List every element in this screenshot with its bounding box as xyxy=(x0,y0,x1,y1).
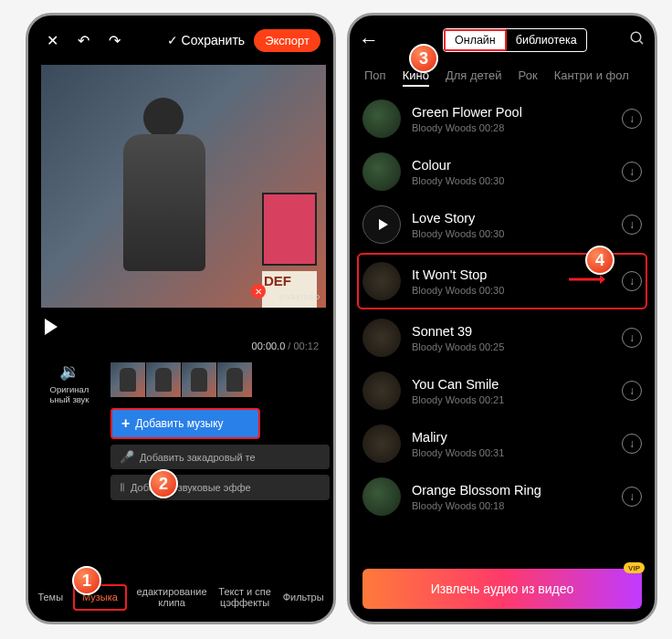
svg-line-1 xyxy=(639,40,643,44)
track-subtitle: Bloody Woods 00:25 xyxy=(412,341,611,352)
track-cover[interactable] xyxy=(362,262,401,300)
clip-thumb[interactable] xyxy=(110,362,145,397)
preview-poster xyxy=(262,193,317,266)
svg-marker-3 xyxy=(600,275,605,284)
clip-thumb[interactable] xyxy=(217,362,252,397)
save-button[interactable]: ✓ Сохранить xyxy=(167,33,246,47)
undo-icon[interactable]: ↶ xyxy=(72,29,94,51)
add-music-label: Добавить музыку xyxy=(135,417,223,430)
search-icon[interactable] xyxy=(629,30,646,51)
music-library-screen: ← Онлайн библиотека Поп Кино Для детей Р… xyxy=(347,13,657,624)
back-icon[interactable]: ← xyxy=(359,28,379,52)
track-title: Green Flower Pool xyxy=(412,105,611,120)
track-title: Love Story xyxy=(412,211,611,225)
watermark-close-icon[interactable]: ✕ xyxy=(251,284,266,299)
tab-themes[interactable]: Темы xyxy=(36,588,65,607)
clip-thumb[interactable] xyxy=(182,362,216,397)
timecode-current: 00:00.0 xyxy=(252,340,286,351)
track-title: Sonnet 39 xyxy=(412,324,611,339)
speaker-icon: 🔉 xyxy=(28,362,110,382)
track-title: Orange Blossom Ring xyxy=(412,483,611,498)
watermark-label: VIVAVIDEO xyxy=(278,294,320,300)
download-icon[interactable]: ↓ xyxy=(622,271,642,291)
download-icon[interactable]: ↓ xyxy=(622,109,642,129)
library-segment: Онлайн библиотека xyxy=(443,28,587,52)
track-row[interactable]: Orange Blossom RingBloody Woods 00:18↓ xyxy=(359,470,646,523)
clip-thumb[interactable] xyxy=(146,362,181,397)
track-subtitle: Bloody Woods 00:21 xyxy=(412,394,611,405)
add-voiceover-button[interactable]: 🎤 Добавить закадровый те xyxy=(110,445,330,469)
download-icon[interactable]: ↓ xyxy=(622,487,642,507)
track-row[interactable]: MaliryBloody Woods 00:31↓ xyxy=(359,417,646,470)
mic-icon: 🎤 xyxy=(120,450,134,464)
original-sound-toggle[interactable]: 🔉 Оригинал ьный звук xyxy=(28,362,110,404)
track-cover[interactable] xyxy=(362,477,401,516)
track-list[interactable]: Green Flower PoolBloody Woods 00:28↓Colo… xyxy=(350,92,655,523)
track-meta: MaliryBloody Woods 00:31 xyxy=(412,430,611,458)
editor-screen: ✕ ↶ ↷ ✓ Сохранить Экспорт DEF ✕ VIVAVIDE… xyxy=(26,13,336,624)
track-cover[interactable] xyxy=(362,100,401,138)
genre-country[interactable]: Кантри и фол xyxy=(554,68,629,87)
track-title: Maliry xyxy=(412,430,611,445)
track-cover[interactable] xyxy=(362,152,401,191)
track-cover[interactable] xyxy=(362,424,401,463)
play-button[interactable] xyxy=(45,319,58,335)
preview-figure xyxy=(114,92,242,284)
video-preview[interactable]: DEF ✕ VIVAVIDEO xyxy=(41,65,326,308)
export-button[interactable]: Экспорт xyxy=(254,29,320,52)
track-row[interactable]: You Can SmileBloody Woods 00:21↓ xyxy=(359,364,646,417)
track-meta: Orange Blossom RingBloody Woods 00:18 xyxy=(412,483,611,511)
close-icon[interactable]: ✕ xyxy=(41,29,63,51)
clip-strip[interactable] xyxy=(110,362,252,397)
step-marker-3: 3 xyxy=(409,44,438,73)
svg-point-0 xyxy=(631,32,641,42)
tab-text-fx[interactable]: Текст и спе цэффекты xyxy=(216,582,273,613)
arrow-right-icon xyxy=(567,272,605,290)
download-icon[interactable]: ↓ xyxy=(622,328,642,348)
segment-online[interactable]: Онлайн xyxy=(444,29,507,51)
timeline-buttons: Добавить музыку 🎤 Добавить закадровый те… xyxy=(110,408,333,500)
genre-kids[interactable]: Для детей xyxy=(446,68,502,87)
track-subtitle: Bloody Woods 00:18 xyxy=(412,500,611,511)
add-sfx-button[interactable]: ⫴ Добавить звуковые эффе xyxy=(110,475,330,500)
segment-library[interactable]: библиотека xyxy=(507,29,586,51)
library-topbar: ← Онлайн библиотека xyxy=(350,16,655,65)
add-voiceover-label: Добавить закадровый те xyxy=(140,452,256,463)
extract-label: Извлечь аудио из видео xyxy=(431,581,574,596)
preview-poster-text: DEF xyxy=(262,271,317,308)
track-meta: Green Flower PoolBloody Woods 00:28 xyxy=(412,105,611,133)
download-icon[interactable]: ↓ xyxy=(622,162,642,182)
track-row[interactable]: Green Flower PoolBloody Woods 00:28↓ xyxy=(359,92,646,145)
save-label: Сохранить xyxy=(182,33,246,47)
sfx-icon: ⫴ xyxy=(120,480,125,495)
track-subtitle: Bloody Woods 00:30 xyxy=(412,228,611,239)
timecode: 00:00.0 / 00:12 xyxy=(28,335,333,357)
download-icon[interactable]: ↓ xyxy=(622,215,642,235)
genre-rock[interactable]: Рок xyxy=(519,68,538,87)
orig-sound-line1: Оригинал xyxy=(28,384,110,394)
download-icon[interactable]: ↓ xyxy=(622,434,642,454)
add-music-button[interactable]: Добавить музыку xyxy=(110,408,260,439)
genre-pop[interactable]: Поп xyxy=(364,68,386,87)
download-icon[interactable]: ↓ xyxy=(622,381,642,401)
track-row[interactable]: Love StoryBloody Woods 00:30↓ xyxy=(359,198,646,251)
track-row[interactable]: Sonnet 39Bloody Woods 00:25↓ xyxy=(359,311,646,364)
track-meta: Sonnet 39Bloody Woods 00:25 xyxy=(412,324,611,352)
track-cover[interactable] xyxy=(362,372,401,410)
track-meta: ColourBloody Woods 00:30 xyxy=(412,158,611,186)
timecode-total: 00:12 xyxy=(293,340,319,351)
redo-icon[interactable]: ↷ xyxy=(103,29,125,51)
tab-filters[interactable]: Фильтры xyxy=(281,588,326,607)
genre-tabs: Поп Кино Для детей Рок Кантри и фол xyxy=(350,65,655,92)
check-icon: ✓ xyxy=(167,33,178,47)
extract-audio-button[interactable]: Извлечь аудио из видео VIP xyxy=(362,569,642,609)
step-marker-2: 2 xyxy=(149,469,178,498)
orig-sound-line2: ьный звук xyxy=(28,394,110,404)
track-meta: Love StoryBloody Woods 00:30 xyxy=(412,211,611,239)
track-cover[interactable] xyxy=(362,319,401,357)
track-row[interactable]: ColourBloody Woods 00:30↓ xyxy=(359,145,646,198)
track-cover[interactable] xyxy=(362,205,401,244)
tab-edit-clip[interactable]: едактирование клипа xyxy=(135,582,209,613)
track-subtitle: Bloody Woods 00:30 xyxy=(412,175,611,186)
vip-badge: VIP xyxy=(624,562,645,573)
